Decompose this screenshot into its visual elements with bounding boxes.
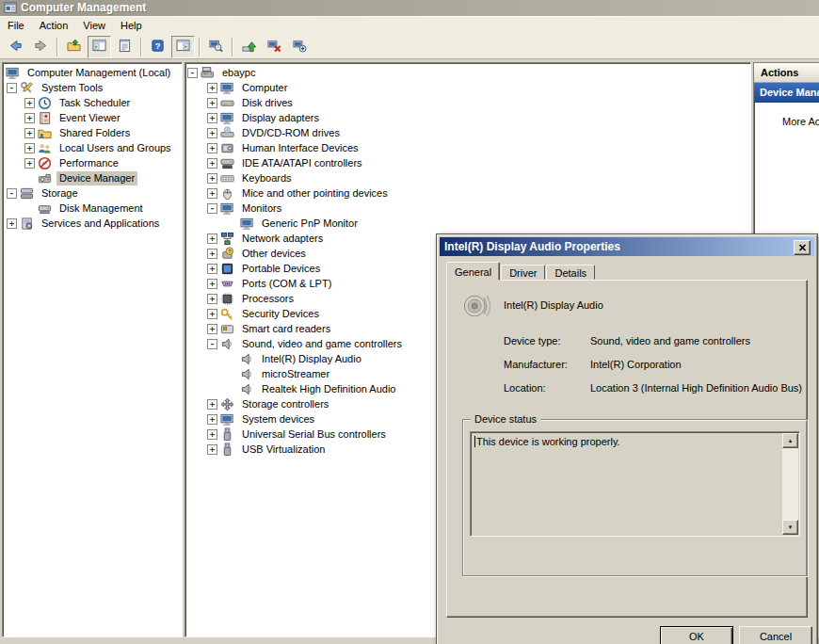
svg-text:?: ? [228, 248, 232, 254]
expand-plus-icon[interactable]: + [207, 113, 217, 123]
tree-item-label: Universal Serial Bus controllers [239, 427, 389, 442]
help-button[interactable]: ? [146, 36, 169, 58]
tree-item-human-interface-devices[interactable]: +Human Interface Devices [185, 140, 750, 155]
scan-for-hardware-changes-button[interactable] [204, 36, 228, 58]
usb-icon [220, 427, 235, 442]
collapse-minus-icon[interactable]: - [7, 83, 17, 93]
tree-item-system-tools[interactable]: -System Tools [3, 80, 182, 95]
tree-item-label: Storage controllers [239, 397, 331, 411]
tree-item-monitors[interactable]: -Monitors [185, 201, 750, 216]
menu-action[interactable]: Action [32, 17, 76, 35]
tree-item-device-manager[interactable]: Device Manager [3, 170, 182, 185]
collapse-minus-icon[interactable]: - [187, 68, 198, 78]
tree-item-event-viewer[interactable]: +Event Viewer [3, 110, 182, 125]
window-titlebar[interactable]: Computer Management [0, 0, 819, 16]
tree-item-mice-and-other-pointing-devices[interactable]: +Mice and other pointing devices [185, 185, 750, 201]
tree-item-computer-management-local[interactable]: Computer Management (Local) [3, 65, 182, 80]
more-actions-item[interactable]: More Actions [754, 116, 819, 127]
tab-general[interactable]: General [446, 262, 500, 281]
tab-details[interactable]: Details [546, 265, 595, 280]
tree-item-ide-ata-atapi-controllers[interactable]: +IDE ATA/ATAPI controllers [185, 155, 750, 170]
scroll-up-button[interactable]: ▲ [782, 433, 798, 448]
close-button[interactable] [794, 240, 811, 255]
tree-item-ebaypc[interactable]: -ebaypc [185, 65, 750, 80]
tree-item-disk-management[interactable]: Disk Management [3, 201, 182, 216]
expand-plus-icon[interactable]: + [207, 233, 217, 244]
menu-file[interactable]: File [0, 17, 32, 35]
expand-plus-icon[interactable]: + [207, 279, 217, 289]
expand-plus-icon[interactable]: + [24, 143, 35, 153]
scrollbar-track[interactable]: ▲ ▼ [782, 433, 798, 535]
ports-icon [220, 277, 235, 291]
expand-plus-icon[interactable]: + [207, 173, 217, 184]
expand-plus-icon[interactable]: + [207, 188, 217, 199]
collapse-minus-icon[interactable]: - [207, 203, 217, 214]
cancel-button[interactable]: Cancel [739, 626, 812, 644]
tab-driver[interactable]: Driver [501, 265, 545, 280]
expand-plus-icon[interactable]: + [207, 98, 217, 108]
forward-button[interactable] [29, 36, 53, 58]
device-status-textarea[interactable]: This device is working properly. ▲ ▼ [470, 431, 800, 537]
properties-button[interactable] [113, 36, 136, 58]
back-button[interactable] [4, 36, 27, 58]
expand-plus-icon[interactable]: + [207, 158, 217, 169]
tree-item-display-adapters[interactable]: +Display adapters [185, 110, 750, 125]
expand-plus-icon[interactable]: + [207, 429, 217, 440]
expand-plus-icon[interactable]: + [207, 444, 217, 455]
export-list-button[interactable] [62, 36, 86, 58]
tree-item-performance[interactable]: +Performance [3, 155, 182, 170]
expand-plus-icon[interactable]: + [207, 309, 217, 319]
show-action-pane-button[interactable] [171, 36, 195, 58]
tree-item-task-scheduler[interactable]: +Task Scheduler [3, 95, 182, 110]
properties-icon [118, 39, 132, 55]
scroll-down-button[interactable]: ▼ [782, 520, 798, 535]
expand-plus-icon[interactable]: + [207, 264, 217, 274]
tree-item-storage[interactable]: -Storage [3, 185, 182, 201]
expand-plus-icon[interactable]: + [207, 324, 217, 334]
ok-button[interactable]: OK [660, 626, 733, 644]
processor-icon [220, 292, 235, 306]
show-console-tree-button[interactable] [88, 36, 111, 58]
field-value: Intel(R) Corporation [590, 359, 682, 370]
tree-item-label: microStreamer [259, 367, 332, 381]
expand-plus-icon[interactable]: + [24, 128, 35, 138]
expand-plus-icon[interactable]: + [207, 294, 217, 304]
tree-item-dvd-cd-rom-drives[interactable]: +DVD/CD-ROM drives [185, 125, 750, 140]
menu-help[interactable]: Help [113, 17, 150, 35]
dialog-title: Intel(R) Display Audio Properties [444, 240, 620, 253]
hid-icon [220, 141, 235, 155]
tree-item-computer[interactable]: +Computer [185, 80, 750, 95]
expand-plus-icon[interactable]: + [24, 98, 35, 108]
expand-plus-icon[interactable]: + [24, 158, 35, 169]
computer-icon [220, 81, 235, 95]
expand-plus-icon[interactable]: + [7, 218, 17, 229]
dialog-titlebar[interactable]: Intel(R) Display Audio Properties [440, 237, 814, 256]
toolbar-separator [232, 38, 233, 56]
menu-view[interactable]: View [75, 17, 113, 35]
tree-item-local-users-and-groups[interactable]: +Local Users and Groups [3, 140, 182, 155]
tree-item-disk-drives[interactable]: +Disk drives [185, 95, 750, 110]
expand-plus-icon[interactable]: + [24, 113, 35, 123]
collapse-minus-icon[interactable]: - [207, 339, 217, 349]
uninstall-device-button[interactable] [263, 36, 286, 58]
tree-item-services-and-applications[interactable]: +Services and Applications [3, 216, 182, 231]
speaker-icon [240, 382, 255, 396]
tree-item-keyboards[interactable]: +Keyboards [185, 170, 750, 185]
disable-device-button[interactable] [288, 36, 312, 58]
expand-plus-icon[interactable]: + [207, 128, 217, 138]
field-label: Device type: [504, 335, 590, 346]
expand-plus-icon[interactable]: + [207, 399, 217, 410]
expand-plus-icon[interactable]: + [207, 143, 217, 153]
expand-plus-icon[interactable]: + [207, 414, 217, 425]
collapse-minus-icon[interactable]: - [7, 188, 17, 199]
tree-item-generic-pnp-monitor[interactable]: Generic PnP Monitor [185, 216, 750, 231]
speaker-device-icon [463, 292, 491, 322]
tree-item-label: USB Virtualization [239, 443, 328, 457]
update-driver-button[interactable] [237, 36, 261, 58]
tree-item-shared-folders[interactable]: +Shared Folders [3, 125, 182, 140]
actions-device-manager-group[interactable]: Device Manager [754, 83, 819, 103]
expand-plus-icon[interactable]: + [207, 83, 217, 93]
expand-plus-icon[interactable]: + [207, 249, 217, 259]
clock-icon [38, 96, 53, 110]
scroll-up-icon: ▲ [788, 438, 794, 443]
